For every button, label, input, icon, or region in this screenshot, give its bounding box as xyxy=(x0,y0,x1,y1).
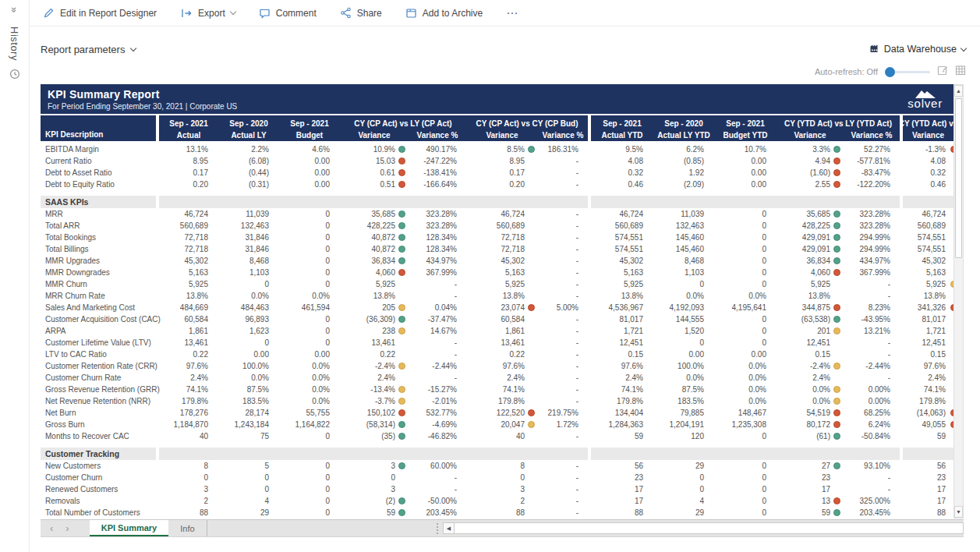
value-cell: 0 xyxy=(279,267,340,278)
value-cell: 8.23% xyxy=(844,302,900,313)
value-cell: 484,463 xyxy=(218,302,279,313)
variance-cell: 0.15 xyxy=(777,349,844,360)
export-button[interactable]: Export xyxy=(180,8,235,19)
history-clock-icon[interactable] xyxy=(9,69,20,83)
variance-cell: 13,461 xyxy=(466,337,538,349)
scroll-left-button[interactable]: ◀ xyxy=(443,522,455,534)
variance-cell: 13,461 xyxy=(340,337,409,349)
value-cell: 68.25% xyxy=(844,407,900,419)
variance-cell: 560,689 xyxy=(466,220,538,232)
value-cell: 0 xyxy=(714,243,777,255)
variance-cell: (61) xyxy=(777,430,844,442)
table-row: Net Burn178,27628,17455,755150,102532.77… xyxy=(41,407,953,419)
data-source-dropdown[interactable]: Data Warehouse xyxy=(869,43,966,55)
value-cell: 13,461 xyxy=(159,337,218,349)
value-cell: 59 xyxy=(591,430,653,442)
variance-cell: 429,091 xyxy=(777,232,844,243)
value-cell: 0.0% xyxy=(653,372,714,384)
collapse-panel-icon[interactable]: » xyxy=(9,7,20,12)
value-cell: - xyxy=(538,483,588,495)
value-cell: 97.6% xyxy=(159,360,218,372)
report-parameters-dropdown[interactable]: Report parameters xyxy=(41,44,136,55)
kpi-name: Customer Churn xyxy=(41,472,156,483)
value-cell: 128.34% xyxy=(409,232,466,243)
value-cell: 1,623 xyxy=(218,325,279,337)
variance-cell: 8.95 xyxy=(466,155,538,167)
value-cell: 0 xyxy=(279,313,340,325)
table-row: Removals240(2)-50.00%2-174013325.00%17 xyxy=(41,495,953,507)
kpi-name: Customer Churn Rate xyxy=(41,372,156,384)
variance-cell: 23 xyxy=(903,472,953,483)
value-cell: 0 xyxy=(279,483,340,495)
variance-cell: 0.22 xyxy=(466,349,538,360)
indicator-dot xyxy=(398,246,405,253)
variance-cell: -2.4% xyxy=(777,360,844,372)
variance-cell: 5,925 xyxy=(466,278,538,290)
indicator-dot xyxy=(398,327,405,334)
value-cell: 12,451 xyxy=(591,337,653,349)
tab-kpi-summary[interactable]: KPI Summary xyxy=(90,520,169,536)
more-options-button[interactable]: ⋯ xyxy=(506,6,518,20)
value-cell: 93.10% xyxy=(844,460,900,472)
value-cell: 0.0% xyxy=(714,290,777,302)
value-cell: 5,163 xyxy=(159,267,218,278)
value-cell: 294.99% xyxy=(844,232,900,243)
value-cell: 0.0% xyxy=(653,290,714,302)
indicator-dot xyxy=(398,222,405,229)
horizontal-scrollbar[interactable]: ◀ xyxy=(437,520,964,536)
variance-cell: 150,102 xyxy=(340,407,409,419)
value-cell: -122.20% xyxy=(844,179,900,190)
scrollbar-thumb[interactable] xyxy=(955,98,962,258)
slider-knob[interactable] xyxy=(885,67,895,77)
value-cell: - xyxy=(538,243,588,255)
indicator-dot xyxy=(398,462,405,469)
variance-cell: 3 xyxy=(466,483,538,495)
refresh-bar: Auto-refresh: Off xyxy=(815,65,966,79)
value-cell: 1,284,363 xyxy=(591,419,653,430)
variance-cell: 3 xyxy=(340,460,409,472)
value-cell: 13.1% xyxy=(159,143,218,155)
value-cell: 134,404 xyxy=(591,407,653,419)
edit-report-button[interactable]: Edit in Report Designer xyxy=(43,7,157,19)
comment-button[interactable]: Comment xyxy=(259,8,317,19)
edit-cell-icon[interactable] xyxy=(937,65,948,79)
tab-info[interactable]: Info xyxy=(168,520,207,536)
value-cell: 0 xyxy=(714,208,777,220)
scroll-up-button[interactable]: ▲ xyxy=(954,85,963,97)
value-cell: - xyxy=(844,372,900,384)
variance-cell: 4,060 xyxy=(777,267,844,278)
prev-sheet-button[interactable]: ‹ xyxy=(50,522,53,534)
value-cell: 1,184,870 xyxy=(159,419,218,430)
vertical-scrollbar[interactable]: ▲ ▼ xyxy=(953,84,964,518)
variance-cell: 72,718 xyxy=(466,232,538,243)
indicator-dot xyxy=(833,246,840,253)
value-cell: 87.5% xyxy=(218,384,279,395)
scrollbar-thumb[interactable] xyxy=(455,522,964,534)
indicator-dot xyxy=(833,169,840,176)
value-cell: 1,243,184 xyxy=(218,419,279,430)
kpi-name: New Customers xyxy=(41,460,156,472)
grid-view-icon[interactable] xyxy=(955,65,966,79)
value-cell: 13.8% xyxy=(591,290,653,302)
indicator-dot xyxy=(833,421,840,428)
value-cell: 52.27% xyxy=(844,143,900,155)
variance-cell: 13.8% xyxy=(777,290,844,302)
resize-handle-icon[interactable] xyxy=(437,523,438,534)
variance-cell: (2) xyxy=(340,495,409,507)
value-cell: 484,669 xyxy=(159,302,218,313)
scroll-down-button[interactable]: ▼ xyxy=(954,506,963,518)
table-row: MMR Downgrades5,1631,10304,060367.99%5,1… xyxy=(41,267,953,278)
variance-cell: 97.6% xyxy=(903,360,953,372)
next-sheet-button[interactable]: › xyxy=(65,522,69,534)
value-cell: - xyxy=(409,372,466,384)
value-cell: 81,017 xyxy=(591,313,653,325)
variance-cell: 88 xyxy=(903,507,953,518)
value-cell: 72,718 xyxy=(159,243,218,255)
share-button[interactable]: Share xyxy=(340,7,382,19)
indicator-dot xyxy=(398,363,405,370)
history-panel-button[interactable]: History xyxy=(9,27,20,61)
auto-refresh-toggle[interactable] xyxy=(885,67,930,77)
add-to-archive-button[interactable]: Add to Archive xyxy=(405,8,483,19)
value-cell: - xyxy=(409,278,466,290)
value-cell: - xyxy=(538,337,588,349)
